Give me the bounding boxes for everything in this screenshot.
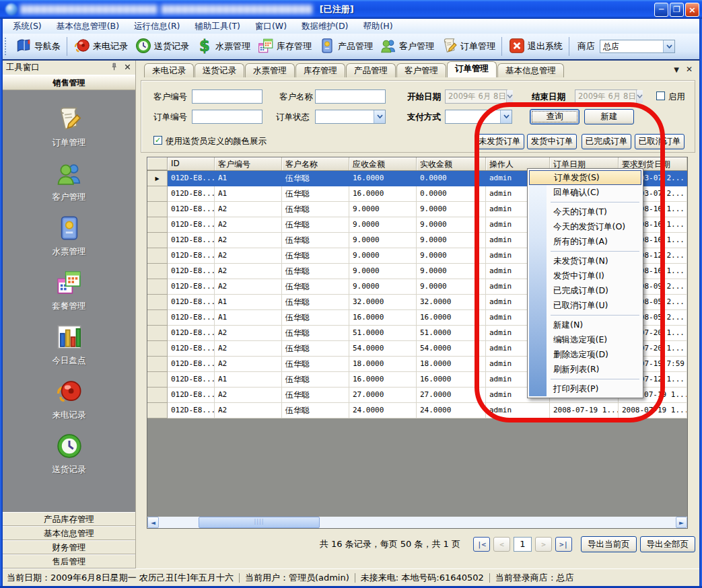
sidebar-group-1[interactable]: 基本信息管理 (3, 526, 135, 540)
tab-4[interactable]: 产品管理 (346, 63, 396, 77)
sidebar-item-4[interactable]: 今日盘点 (3, 318, 135, 372)
maximize-button[interactable]: ❐ (670, 3, 684, 17)
grid-header-4[interactable]: 实收金额 (417, 157, 486, 170)
tab-5[interactable]: 客户管理 (396, 63, 446, 77)
row-selector-cell[interactable] (147, 264, 168, 279)
horizontal-scrollbar[interactable]: ◄ ► (147, 517, 687, 528)
sidebar-group-0[interactable]: 产品库存管理 (3, 512, 135, 526)
row-selector-cell[interactable] (147, 388, 168, 403)
row-selector-cell[interactable] (147, 248, 168, 264)
tab-0[interactable]: 来电记录 (144, 63, 194, 77)
end-date-picker[interactable]: 2009年 6月 8日 (575, 89, 637, 104)
chevron-down-icon[interactable] (636, 90, 643, 103)
row-selector-cell[interactable] (147, 372, 168, 388)
minimize-button[interactable]: ─ (654, 3, 668, 17)
export-all-pages-button[interactable]: 导出全部页 (640, 536, 696, 552)
grid-header-2[interactable]: 客户名称 (282, 157, 349, 170)
row-selector-cell[interactable] (147, 217, 168, 233)
sidebar-item-6[interactable]: 送货记录 (3, 427, 135, 481)
toolbar-button-8[interactable]: 退出系统 (505, 36, 566, 58)
tab-3[interactable]: 库存管理 (295, 63, 345, 77)
sidebar-item-0[interactable]: 订单管理 (3, 100, 135, 154)
tab-close-icon[interactable]: ✕ (686, 65, 693, 74)
context-menu-item-1[interactable]: 回单确认(C) (529, 185, 641, 200)
row-selector-cell[interactable] (147, 202, 168, 217)
chevron-down-icon[interactable] (374, 110, 385, 123)
order-no-input[interactable] (192, 110, 262, 124)
order-status-filter-button-0[interactable]: 未发货订单 (475, 134, 524, 149)
menu-item[interactable]: 基本信息管理(B) (49, 19, 127, 34)
context-menu-item-8[interactable]: 发货中订单(I) (529, 268, 641, 283)
context-menu-item-9[interactable]: 已完成订单(D) (529, 283, 641, 298)
context-menu-item-15[interactable]: 刷新列表(R) (529, 362, 641, 377)
sidebar-item-1[interactable]: 客户管理 (3, 154, 135, 209)
row-selector-cell[interactable] (147, 295, 168, 310)
row-selector-cell[interactable] (147, 186, 168, 202)
chevron-down-icon[interactable] (663, 40, 674, 52)
context-menu-item-12[interactable]: 新建(N) (529, 318, 641, 332)
row-selector-cell[interactable] (147, 310, 168, 326)
context-menu-item-17[interactable]: 打印列表(P) (529, 381, 641, 396)
pin-icon[interactable] (109, 62, 119, 74)
enable-checkbox[interactable] (656, 91, 665, 100)
tab-1[interactable]: 送货记录 (195, 63, 244, 77)
order-status-filter-button-3[interactable]: 已取消订单 (635, 134, 685, 149)
order-status-filter-button-2[interactable]: 已完成订单 (582, 134, 631, 149)
next-page-button[interactable]: > (535, 537, 552, 552)
chevron-down-icon[interactable] (506, 90, 513, 103)
sidebar-item-2[interactable]: 水票管理 (3, 209, 135, 263)
grid-header-1[interactable]: 客户编号 (215, 157, 282, 170)
scroll-thumb[interactable] (199, 517, 320, 528)
order-status-filter-button-1[interactable]: 发货中订单 (527, 134, 577, 149)
context-menu-item-3[interactable]: 今天的订单(T) (529, 205, 641, 219)
query-button[interactable]: 查询 (530, 109, 580, 124)
grid-row-15[interactable]: 012D-E8...A2伍华聪24.000024.0000admin2008-0… (147, 403, 687, 418)
toolbar-button-5[interactable]: 产品管理 (315, 36, 376, 58)
context-menu-item-5[interactable]: 所有的订单(A) (529, 234, 641, 249)
sidebar-item-3[interactable]: 套餐管理 (3, 263, 135, 318)
context-menu-item-13[interactable]: 编辑选定项(E) (529, 332, 641, 347)
tab-2[interactable]: 水票管理 (245, 63, 295, 77)
row-selector-cell[interactable] (147, 341, 168, 357)
toolbar-button-7[interactable]: 订单管理 (437, 36, 499, 58)
toolbar-button-6[interactable]: 客户管理 (376, 36, 437, 58)
last-page-button[interactable]: >| (555, 537, 572, 552)
context-menu-item-14[interactable]: 删除选定项(D) (529, 347, 641, 362)
toolbar-button-1[interactable]: 来电记录 (70, 36, 131, 58)
sidebar-section-sales[interactable]: 销售管理 (3, 75, 135, 90)
sidebar-group-2[interactable]: 财务管理 (3, 540, 135, 554)
customer-no-input[interactable] (192, 89, 262, 104)
toolbar-button-4[interactable]: 库存管理 (254, 36, 315, 58)
context-menu-item-10[interactable]: 已取消订单(U) (529, 298, 641, 313)
menu-item[interactable]: 帮助(H) (355, 19, 400, 34)
menu-item[interactable]: 运行信息(R) (127, 19, 187, 34)
toolbar-grip[interactable] (5, 38, 8, 55)
row-selector-cell[interactable] (147, 279, 168, 295)
export-current-page-button[interactable]: 导出当前页 (581, 536, 637, 552)
sidebar-group-3[interactable]: 售后管理 (3, 554, 135, 568)
row-selector-cell[interactable] (147, 403, 168, 418)
first-page-button[interactable]: |< (473, 537, 490, 552)
courier-color-checkbox[interactable]: ✓ (153, 136, 162, 145)
row-selector-cell[interactable] (147, 233, 168, 248)
toolbar-button-0[interactable]: 导航条 (11, 36, 64, 58)
start-date-picker[interactable]: 2009年 6月 8日 (445, 89, 507, 104)
new-button[interactable]: 新建 (584, 109, 634, 124)
toolbar-button-2[interactable]: 送货记录 (131, 36, 192, 58)
scroll-right-icon[interactable]: ► (676, 517, 687, 528)
menu-item[interactable]: 辅助工具(T) (188, 19, 248, 34)
row-selector-cell[interactable] (147, 357, 168, 372)
prev-page-button[interactable]: < (493, 537, 510, 552)
menu-item[interactable]: 窗口(W) (248, 19, 294, 34)
context-menu-item-4[interactable]: 今天的发货订单(O) (529, 219, 641, 234)
shop-select[interactable]: 总店 (600, 40, 675, 53)
scroll-left-icon[interactable]: ◄ (147, 517, 159, 528)
order-status-select[interactable] (315, 110, 386, 124)
tab-6[interactable]: 订单管理 (447, 61, 497, 77)
close-icon[interactable] (123, 63, 132, 73)
context-menu-item-7[interactable]: 未发货订单(N) (529, 254, 641, 268)
context-menu-item-0[interactable]: 订单发货(S) (529, 170, 641, 185)
row-selector-cell[interactable] (147, 326, 168, 341)
tab-list-dropdown-icon[interactable]: ▼ (674, 66, 679, 73)
sidebar-item-5[interactable]: 来电记录 (3, 372, 135, 427)
